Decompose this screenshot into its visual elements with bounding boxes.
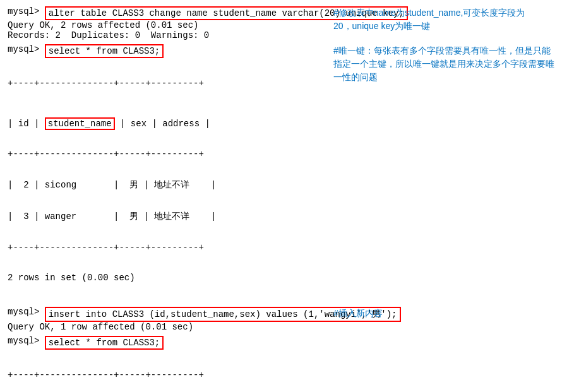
section-select1: mysql> select * from CLASS3; +----+-----… <box>8 44 554 303</box>
select1-sql: select * from CLASS3; <box>45 44 164 58</box>
section-insert: mysql> insert into CLASS3 (id,student_na… <box>8 307 554 332</box>
insert-comment: #插入新内容 <box>327 307 554 320</box>
select1-command-row: mysql> select * from CLASS3; <box>8 44 327 58</box>
insert-output-line1: Query OK, 1 row affected (0.01 sec) <box>8 322 327 332</box>
select2-sep1: +----+--------------+-----+---------+ <box>8 370 327 380</box>
select1-table: +----+--------------+-----+---------+ | … <box>8 58 327 303</box>
select1-prompt: mysql> <box>8 44 45 54</box>
alter-left: mysql> alter table CLASS3 change name st… <box>8 6 327 40</box>
section-select2: mysql> select * from CLASS3; +----+-----… <box>8 336 554 392</box>
alter-command-row: mysql> alter table CLASS3 change name st… <box>8 6 327 20</box>
section-alter: mysql> alter table CLASS3 change name st… <box>8 6 554 40</box>
insert-prompt: mysql> <box>8 307 45 317</box>
alter-prompt: mysql> <box>8 6 45 16</box>
alter-comment: #修改表中name为student_name,可变长度字段为20，unique … <box>327 6 554 33</box>
main-container: mysql> alter table CLASS3 change name st… <box>8 6 554 392</box>
select1-footer: 2 rows in set (0.00 sec) <box>8 273 327 283</box>
select2-sql: select * from CLASS3; <box>45 336 164 350</box>
select1-row1: | 2 | sicong | 男 | 地址不详 | <box>8 179 327 191</box>
select1-left: mysql> select * from CLASS3; +----+-----… <box>8 44 327 303</box>
alter-output-line2: Records: 2 Duplicates: 0 Warnings: 0 <box>8 30 327 40</box>
student-name-highlight: student_name <box>45 117 115 130</box>
insert-output: Query OK, 1 row affected (0.01 sec) <box>8 322 327 332</box>
select1-sep3: +----+--------------+-----+---------+ <box>8 242 327 252</box>
select1-header: | id | student_name | sex | address | <box>8 119 327 129</box>
alter-output-line1: Query OK, 2 rows affected (0.01 sec) <box>8 20 327 30</box>
select1-row2: | 3 | wanger | 男 | 地址不详 | <box>8 211 327 222</box>
select2-table: +----+--------------+-----+---------+ | … <box>8 350 327 392</box>
select1-comment: #唯一键：每张表有多个字段需要具有唯一性，但是只能指定一个主键，所以唯一键就是用… <box>327 44 554 84</box>
select2-prompt: mysql> <box>8 336 45 346</box>
select2-command-row: mysql> select * from CLASS3; <box>8 336 327 350</box>
select2-left: mysql> select * from CLASS3; +----+-----… <box>8 336 327 392</box>
select1-sep2: +----+--------------+-----+---------+ <box>8 149 327 159</box>
insert-left: mysql> insert into CLASS3 (id,student_na… <box>8 307 327 332</box>
insert-command-row: mysql> insert into CLASS3 (id,student_na… <box>8 307 327 322</box>
alter-output: Query OK, 2 rows affected (0.01 sec) Rec… <box>8 20 327 40</box>
select1-sep1: +----+--------------+-----+---------+ <box>8 78 327 88</box>
